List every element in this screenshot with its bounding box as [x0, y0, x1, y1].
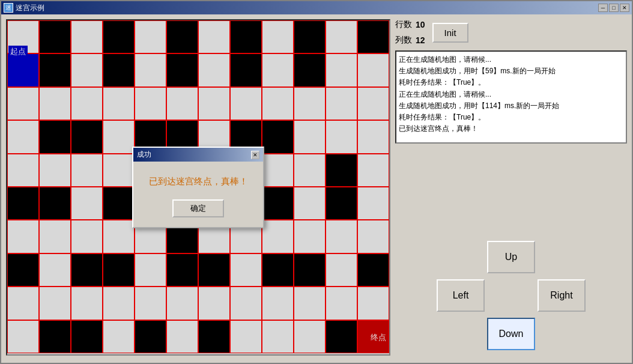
- close-button[interactable]: ✕: [620, 4, 629, 12]
- rows-label: 行数: [395, 19, 412, 30]
- app-icon: 迷: [4, 3, 13, 13]
- modal-close-button[interactable]: ✕: [251, 151, 259, 159]
- restore-button[interactable]: □: [609, 4, 619, 12]
- modal-ok-button[interactable]: 确定: [172, 199, 224, 217]
- title-bar-left: 迷 迷宫示例: [4, 3, 44, 13]
- success-modal: 成功 ✕ 已到达迷宫终点，真棒！ 确定: [132, 147, 264, 228]
- cols-label: 列数: [395, 35, 412, 46]
- log-line: 生成随机地图成功，用时【114】ms.新的一局开始: [399, 100, 623, 112]
- log-area: 正在生成随机地图，请稍候...生成随机地图成功，用时【59】ms.新的一局开始耗…: [395, 50, 627, 144]
- log-line: 耗时任务结果：【True】。: [399, 77, 623, 88]
- modal-message: 已到达迷宫终点，真棒！: [143, 176, 253, 187]
- down-button[interactable]: Down: [487, 318, 535, 350]
- title-bar: 迷 迷宫示例 ─ □ ✕: [1, 1, 632, 14]
- log-line: 生成随机地图成功，用时【59】ms.新的一局开始: [399, 65, 623, 77]
- modal-body: 已到达迷宫终点，真棒！ 确定: [133, 162, 263, 227]
- log-line: 正在生成随机地图，请稍候...: [399, 89, 623, 100]
- content-area: 起点 终点 成功 ✕ 已到达迷宫终点，真棒！ 确定: [1, 14, 632, 363]
- log-line: 耗时任务结果：【True】。: [399, 112, 623, 123]
- cols-value: 12: [416, 35, 425, 45]
- window-title: 迷宫示例: [16, 3, 44, 13]
- title-bar-buttons: ─ □ ✕: [598, 4, 629, 12]
- nav-area: Up Left Right Down: [395, 239, 627, 358]
- controls-row: 行数 10 列数 12 Init: [395, 19, 627, 46]
- main-window: 迷 迷宫示例 ─ □ ✕ 起点 终点 成功 ✕ 已到达迷宫终点，真棒！: [0, 0, 633, 364]
- log-line: 已到达迷宫终点，真棒！: [399, 123, 623, 135]
- right-button[interactable]: Right: [538, 279, 586, 312]
- rows-control: 行数 10: [395, 19, 425, 30]
- cols-control: 列数 12: [395, 35, 425, 46]
- modal-title-text: 成功: [137, 150, 151, 160]
- modal-title-bar: 成功 ✕: [133, 148, 263, 162]
- right-panel: 行数 10 列数 12 Init 正在生成随机地图，请稍候...生成随机地图成功…: [395, 19, 627, 358]
- init-button[interactable]: Init: [432, 23, 468, 43]
- rows-value: 10: [416, 20, 425, 29]
- modal-overlay: 成功 ✕ 已到达迷宫终点，真棒！ 确定: [7, 20, 389, 354]
- left-button[interactable]: Left: [437, 279, 485, 312]
- maze-area: 起点 终点 成功 ✕ 已到达迷宫终点，真棒！ 确定: [6, 19, 390, 356]
- log-line: 正在生成随机地图，请稍候...: [399, 54, 623, 65]
- minimize-button[interactable]: ─: [598, 4, 608, 12]
- up-button[interactable]: Up: [487, 241, 535, 273]
